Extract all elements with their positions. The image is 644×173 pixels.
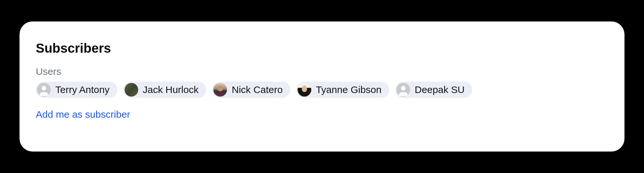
section-title: Subscribers (36, 41, 608, 56)
subscriber-name: Terry Antony (55, 84, 110, 95)
add-me-as-subscriber-link[interactable]: Add me as subscriber (36, 109, 608, 120)
subscriber-chip[interactable]: Tyanne Gibson (296, 82, 389, 98)
subscriber-name: Tyanne Gibson (316, 84, 382, 95)
users-label: Users (36, 66, 608, 77)
person-icon (396, 83, 410, 97)
subscriber-name: Jack Hurlock (143, 84, 199, 95)
svg-point-1 (42, 86, 46, 90)
subscriber-name: Deepak SU (415, 84, 464, 95)
person-icon (37, 83, 51, 97)
subscriber-chip[interactable]: Nick Catero (212, 82, 290, 98)
subscriber-name: Nick Catero (232, 84, 283, 95)
subscriber-chip[interactable]: Terry Antony (36, 82, 117, 98)
avatar (298, 83, 311, 97)
subscriber-chip[interactable]: Jack Hurlock (123, 82, 207, 98)
subscribers-card: Subscribers Users Terry Antony Jack Hurl… (20, 21, 624, 152)
avatar (213, 83, 227, 97)
avatar (125, 83, 138, 97)
svg-point-3 (401, 86, 406, 90)
subscriber-chip[interactable]: Deepak SU (395, 82, 472, 98)
subscribers-list: Terry Antony Jack Hurlock Nick Catero Ty… (36, 82, 608, 98)
